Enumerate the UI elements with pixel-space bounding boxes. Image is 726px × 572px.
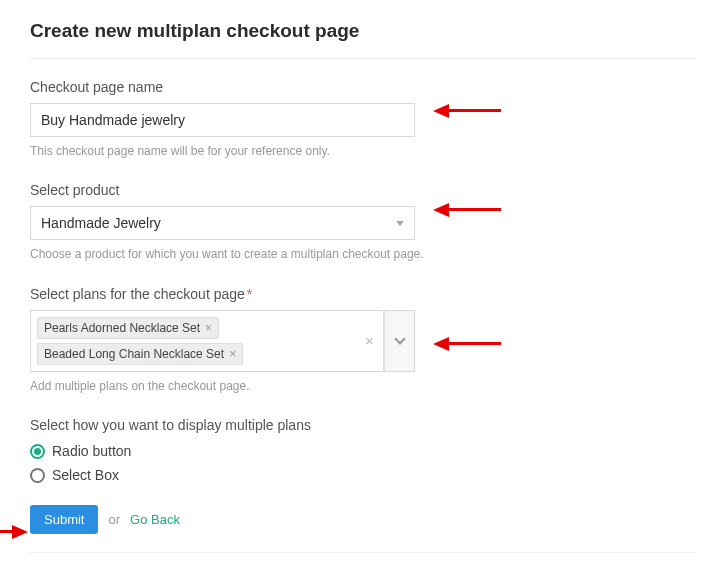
product-select[interactable]: Handmade Jewelry bbox=[30, 206, 415, 240]
title-divider bbox=[30, 58, 696, 59]
or-text: or bbox=[108, 512, 120, 527]
plan-tag-label: Beaded Long Chain Necklace Set bbox=[44, 347, 224, 361]
plans-label: Select plans for the checkout page* bbox=[30, 286, 696, 302]
radio-option-radio-button[interactable]: Radio button bbox=[30, 443, 696, 459]
checkout-name-label: Checkout page name bbox=[30, 79, 696, 95]
field-display-mode: Select how you want to display multiple … bbox=[30, 417, 696, 483]
product-selected-value: Handmade Jewelry bbox=[41, 215, 161, 231]
caret-down-icon bbox=[396, 221, 404, 226]
product-helper: Choose a product for which you want to c… bbox=[30, 246, 430, 263]
plans-helper: Add multiple plans on the checkout page. bbox=[30, 378, 430, 395]
radio-option-label: Select Box bbox=[52, 467, 119, 483]
checkout-name-helper: This checkout page name will be for your… bbox=[30, 143, 430, 160]
chevron-down-icon bbox=[394, 334, 405, 345]
bottom-divider bbox=[30, 552, 696, 553]
radio-icon bbox=[30, 444, 45, 459]
clear-all-icon[interactable]: × bbox=[356, 311, 384, 371]
display-label: Select how you want to display multiple … bbox=[30, 417, 696, 433]
submit-button[interactable]: Submit bbox=[30, 505, 98, 534]
radio-option-label: Radio button bbox=[52, 443, 131, 459]
product-label: Select product bbox=[30, 182, 696, 198]
field-plans: Select plans for the checkout page* Pear… bbox=[30, 286, 696, 395]
page-title: Create new multiplan checkout page bbox=[30, 20, 696, 42]
remove-tag-icon[interactable]: × bbox=[229, 348, 236, 360]
plan-tag-label: Pearls Adorned Necklace Set bbox=[44, 321, 200, 335]
field-product: Select product Handmade Jewelry Choose a… bbox=[30, 182, 696, 263]
go-back-link[interactable]: Go Back bbox=[130, 512, 180, 527]
checkout-name-input[interactable] bbox=[30, 103, 415, 137]
plan-tag: Beaded Long Chain Necklace Set × bbox=[37, 343, 243, 365]
radio-icon bbox=[30, 468, 45, 483]
plans-dropdown-toggle[interactable] bbox=[384, 311, 414, 371]
remove-tag-icon[interactable]: × bbox=[205, 322, 212, 334]
plans-tags-area[interactable]: Pearls Adorned Necklace Set × Beaded Lon… bbox=[31, 311, 356, 371]
plan-tag: Pearls Adorned Necklace Set × bbox=[37, 317, 219, 339]
actions-row: Submit or Go Back bbox=[30, 505, 696, 534]
plans-multiselect[interactable]: Pearls Adorned Necklace Set × Beaded Lon… bbox=[30, 310, 415, 372]
field-checkout-name: Checkout page name This checkout page na… bbox=[30, 79, 696, 160]
required-asterisk: * bbox=[247, 286, 252, 302]
radio-option-select-box[interactable]: Select Box bbox=[30, 467, 696, 483]
